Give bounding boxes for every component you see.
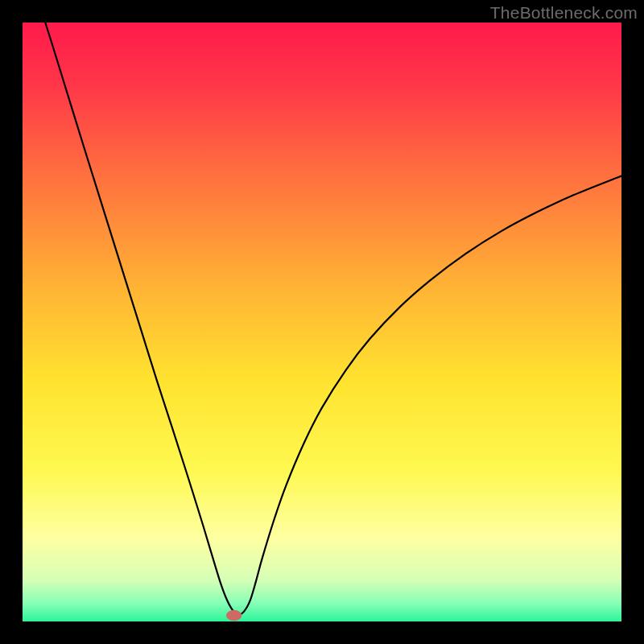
chart-frame bbox=[23, 23, 621, 621]
optimal-point-marker bbox=[226, 610, 242, 621]
bottleneck-chart bbox=[23, 23, 621, 621]
gradient-background bbox=[23, 23, 621, 621]
watermark-text: TheBottleneck.com bbox=[490, 3, 638, 23]
